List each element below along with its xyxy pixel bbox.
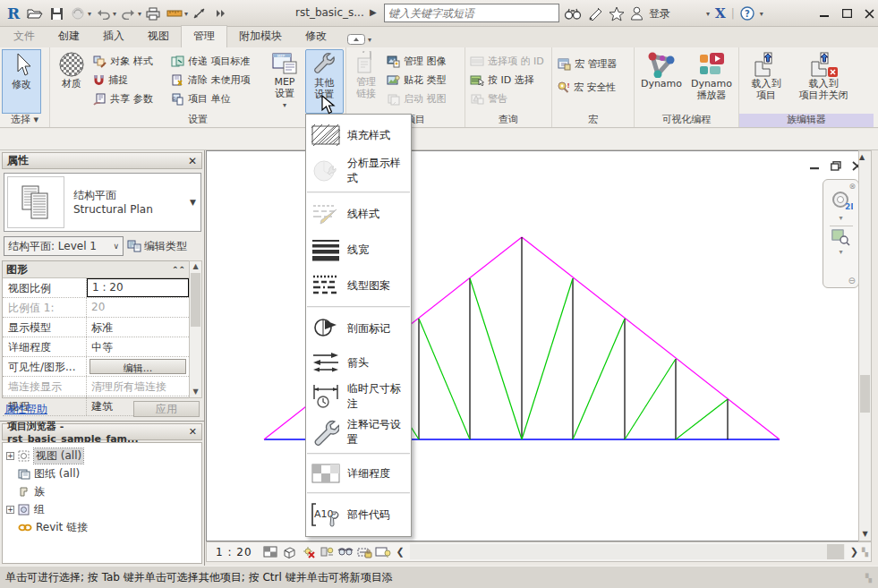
- redo-dropdown-icon[interactable]: ▾: [138, 10, 141, 18]
- window-resize-grip[interactable]: ▚: [865, 574, 873, 583]
- help-dropdown-icon[interactable]: ▾: [760, 10, 763, 18]
- detail-level-icon[interactable]: [261, 544, 280, 560]
- prop-row-view-scale[interactable]: 视图比例1 : 20: [3, 278, 189, 298]
- shadows-icon[interactable]: [318, 544, 337, 560]
- tree-item-revit-links[interactable]: Revit 链接: [6, 518, 201, 536]
- browser-close-icon[interactable]: ✕: [189, 426, 197, 438]
- sun-path-icon[interactable]: [299, 544, 318, 560]
- view-minimize-button[interactable]: [810, 162, 820, 170]
- tree-item-sheets[interactable]: 图纸 (all): [6, 464, 201, 482]
- tab-create[interactable]: 创建: [47, 26, 91, 47]
- prop-scroll-down-icon[interactable]: ▼: [190, 387, 201, 397]
- section-collapse-icon[interactable]: ⌃⌃: [172, 265, 185, 274]
- manage-images-button[interactable]: 管理 图像: [384, 52, 461, 71]
- transfer-project-standards-button[interactable]: 传递 项目标准: [168, 52, 264, 71]
- section-graphics[interactable]: 图形⌃⌃: [3, 261, 189, 278]
- sync-dropdown-icon[interactable]: ▾: [88, 10, 91, 18]
- open-icon[interactable]: [25, 3, 45, 24]
- mep-settings-button[interactable]: MEP MEP 设置▾: [264, 49, 304, 114]
- view-selector-combo[interactable]: 结构平面: Level 1∨: [4, 236, 124, 256]
- menu-item-detail-level[interactable]: 详细程度: [306, 457, 411, 490]
- prop-row-visibility-graphics[interactable]: 可见性/图形...编辑...: [3, 357, 189, 377]
- close-button[interactable]: [865, 9, 874, 19]
- vertical-scroll-thumb[interactable]: [860, 375, 870, 413]
- redo-icon[interactable]: [118, 3, 138, 24]
- crop-region-icon[interactable]: [355, 544, 374, 560]
- menu-item-line-weights[interactable]: 线宽: [306, 232, 411, 268]
- navbar-collapse-icon[interactable]: ⊖: [848, 276, 856, 285]
- user-icon[interactable]: [630, 6, 644, 21]
- scroll-down-icon[interactable]: ▼: [859, 528, 871, 541]
- view-resize-grip[interactable]: ▚: [862, 548, 869, 557]
- zoom-dropdown-icon[interactable]: ▾: [839, 248, 842, 256]
- prop-row-detail-level[interactable]: 详细程度中等: [3, 337, 189, 357]
- aligned-dimension-icon[interactable]: [190, 3, 209, 24]
- load-into-project-button[interactable]: 载入到 项目: [741, 49, 791, 114]
- tab-manage[interactable]: 管理: [181, 25, 227, 47]
- search-input[interactable]: [384, 4, 559, 22]
- menu-item-assembly-code[interactable]: A10 部件代码: [306, 497, 411, 533]
- menu-item-fill-patterns[interactable]: 填充样式: [306, 117, 411, 153]
- signin-label[interactable]: 登录: [649, 6, 670, 21]
- steering-wheel-2d-icon[interactable]: 2D: [830, 191, 853, 212]
- zoom-tool-icon[interactable]: [831, 228, 851, 246]
- menu-item-line-patterns[interactable]: 线型图案: [306, 268, 411, 303]
- load-into-project-close-button[interactable]: 载入到 项目并关闭: [791, 49, 856, 114]
- properties-header[interactable]: 属性 ✕: [2, 152, 202, 169]
- menu-item-keynoting-settings[interactable]: 注释记号设置: [306, 414, 411, 450]
- type-selector[interactable]: 结构平面Structural Plan ▼: [4, 173, 201, 232]
- reveal-hidden-elements-icon[interactable]: [374, 544, 393, 560]
- mep-settings-dropdown-icon[interactable]: ▾: [283, 99, 286, 111]
- favorites-star-icon[interactable]: [609, 6, 625, 21]
- prop-scroll-up-icon[interactable]: ▲: [190, 261, 201, 272]
- tab-modify[interactable]: 修改: [294, 26, 338, 47]
- customize-qat-icon[interactable]: [211, 3, 231, 24]
- scroll-up-icon[interactable]: ▲: [859, 151, 871, 164]
- expand-icon[interactable]: +: [6, 506, 14, 514]
- tab-insert[interactable]: 插入: [91, 26, 136, 47]
- hscroll-right-icon[interactable]: ❯: [847, 546, 862, 558]
- view-scale-button[interactable]: 1 : 20: [216, 546, 252, 558]
- horizontal-scroll-thumb[interactable]: [827, 544, 844, 559]
- expand-icon[interactable]: +: [6, 452, 14, 460]
- ribbon-display-toggle[interactable]: ▾: [347, 34, 371, 45]
- maximize-button[interactable]: [842, 9, 852, 18]
- revit-logo-icon[interactable]: R: [4, 3, 23, 24]
- combo-dropdown-icon[interactable]: ∨: [113, 242, 119, 251]
- type-selector-dropdown-icon[interactable]: ▼: [190, 198, 196, 207]
- panel-label-select[interactable]: 选择 ▾: [0, 114, 49, 127]
- search-binoculars-icon[interactable]: [564, 7, 582, 21]
- dynamo-button[interactable]: Dynamo: [636, 49, 686, 114]
- help-icon[interactable]: ?: [740, 6, 754, 21]
- temporary-hide-isolate-icon[interactable]: [337, 544, 355, 560]
- save-icon[interactable]: [47, 3, 66, 24]
- menu-item-section-tags[interactable]: 剖面标记: [306, 311, 411, 346]
- tree-item-groups[interactable]: +组: [6, 500, 201, 518]
- purge-unused-button[interactable]: 清除 未使用项: [168, 71, 264, 89]
- apply-button[interactable]: 应用: [133, 401, 200, 417]
- modify-button[interactable]: 修改: [2, 49, 41, 114]
- signin-dropdown-icon[interactable]: ▾: [706, 10, 710, 18]
- edit-type-button[interactable]: 编辑类型: [127, 239, 187, 254]
- ribbon-toggle-dropdown-icon[interactable]: ▾: [368, 36, 371, 44]
- tab-file[interactable]: 文件: [2, 26, 47, 47]
- select-by-id-button[interactable]: 按 ID 选择: [467, 71, 550, 89]
- communication-center-icon[interactable]: [587, 6, 603, 21]
- title-flyout-icon[interactable]: ▶: [370, 7, 377, 17]
- browser-header[interactable]: 项目浏览器 - rst_basic_sample_fam... ✕: [2, 423, 202, 440]
- navbar-close-icon[interactable]: ⊗: [848, 182, 856, 191]
- shared-parameters-button[interactable]: 共享 参数: [90, 89, 168, 108]
- minimize-button[interactable]: [820, 9, 830, 18]
- measure-dropdown-icon[interactable]: ▾: [184, 10, 188, 18]
- prop-row-display-model[interactable]: 显示模型标准: [3, 318, 189, 337]
- vertical-scrollbar[interactable]: ▲ ▼: [858, 150, 872, 541]
- macro-security-button[interactable]: !宏 安全性: [554, 75, 631, 98]
- macro-manager-button[interactable]: 宏 管理器: [554, 52, 631, 75]
- undo-dropdown-icon[interactable]: ▾: [113, 10, 116, 18]
- properties-help-link[interactable]: 属性帮助: [4, 402, 47, 417]
- prop-scroll-thumb[interactable]: [191, 273, 200, 327]
- object-styles-button[interactable]: 对象 样式: [90, 52, 168, 71]
- visibility-edit-button[interactable]: 编辑...: [90, 359, 186, 374]
- dynamo-player-button[interactable]: Dynamo 播放器: [686, 49, 737, 114]
- tab-addins[interactable]: 附加模块: [227, 26, 294, 47]
